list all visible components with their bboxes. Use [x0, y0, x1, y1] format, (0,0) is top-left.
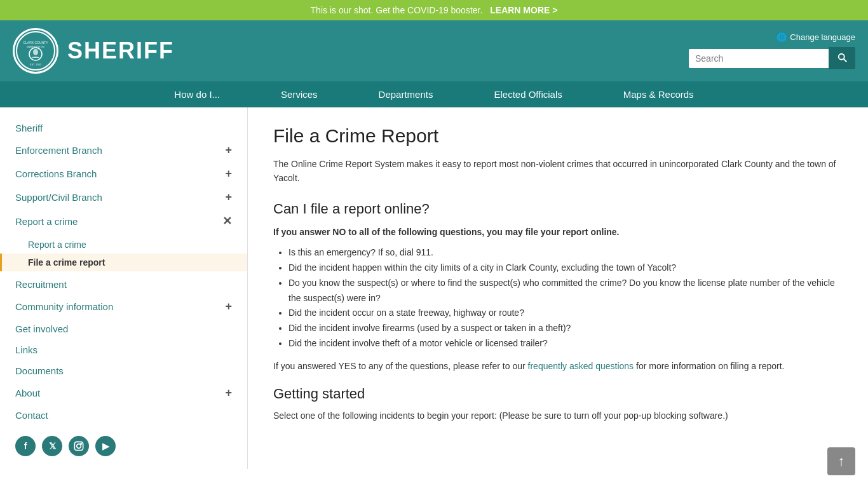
checklist-item: Did the incident happen within the city … [288, 261, 843, 276]
checklist-item: Did the incident involve theft of a moto… [288, 336, 843, 351]
expand-icon: + [225, 386, 232, 400]
sidebar-label: Enforcement Branch [15, 145, 102, 156]
expand-icon: + [225, 167, 232, 180]
collapse-icon: ✕ [222, 214, 232, 228]
nav-services[interactable]: Services [250, 81, 348, 107]
nav-elected-officials[interactable]: Elected Officials [463, 81, 592, 107]
checklist-item: Did the incident involve firearms (used … [288, 321, 843, 336]
nav-how-do-i[interactable]: How do I... [144, 81, 250, 107]
sidebar-item-sheriff[interactable]: Sheriff [0, 118, 247, 139]
sidebar-label: Recruitment [15, 279, 67, 290]
header-right: 🌐 Change language [689, 32, 855, 69]
checklist-item: Do you know the suspect(s) or where to f… [288, 276, 843, 306]
banner-link[interactable]: LEARN MORE > [490, 5, 557, 15]
sidebar-item-support-civil-branch[interactable]: Support/Civil Branch+ [0, 186, 247, 209]
getting-started-text: Select one of the following incidents to… [273, 409, 843, 423]
sidebar-item-recruitment[interactable]: Recruitment [0, 274, 247, 295]
twitter-icon[interactable]: 𝕏 [42, 436, 62, 456]
sidebar-sub-item-file-a-crime-report-sub[interactable]: File a crime report [0, 254, 247, 271]
nav-maps-records[interactable]: Maps & Records [593, 81, 724, 107]
sidebar-item-about[interactable]: About+ [0, 381, 247, 405]
page-layout: SheriffEnforcement Branch+Corrections Br… [0, 107, 868, 469]
facebook-icon[interactable]: f [15, 436, 36, 456]
expand-icon: + [225, 191, 232, 204]
sidebar-label: About [15, 388, 40, 398]
sidebar-label: Corrections Branch [15, 168, 97, 179]
sidebar-item-corrections-branch[interactable]: Corrections Branch+ [0, 162, 247, 186]
faq-after: for more information on filing a report. [634, 361, 784, 371]
nav-departments[interactable]: Departments [348, 81, 464, 107]
sidebar-label: Sheriff [15, 123, 43, 133]
sidebar-item-enforcement-branch[interactable]: Enforcement Branch+ [0, 139, 247, 162]
svg-point-7 [77, 444, 81, 449]
sidebar-label: Support/Civil Branch [15, 192, 102, 203]
svg-text:EST. 1845: EST. 1845 [30, 63, 42, 66]
faq-link[interactable]: frequently asked questions [528, 361, 634, 371]
section2-title: Getting started [273, 386, 843, 402]
site-header: CLARK COUNTY WASHINGTON EST. 1845 SHERIF… [0, 20, 868, 81]
sidebar-item-get-involved[interactable]: Get involved [0, 318, 247, 339]
faq-text: If you answered YES to any of the questi… [273, 359, 843, 373]
sidebar-label: Community information [15, 301, 113, 312]
checklist: Is this an emergency? If so, dial 911.Di… [288, 245, 843, 351]
svg-point-4 [33, 49, 38, 55]
change-language-button[interactable]: 🌐 Change language [776, 32, 855, 42]
intro-text: The Online Crime Report System makes it … [273, 157, 843, 186]
expand-icon: + [225, 300, 232, 313]
main-nav: How do I... Services Departments Elected… [0, 81, 868, 107]
header-left: CLARK COUNTY WASHINGTON EST. 1845 SHERIF… [13, 28, 174, 74]
expand-icon: + [225, 144, 232, 157]
globe-icon: 🌐 [776, 32, 787, 42]
back-to-top-button[interactable]: ↑ [827, 447, 855, 469]
svg-text:CLARK COUNTY: CLARK COUNTY [23, 41, 48, 44]
sidebar-sub-item-report-a-crime-sub[interactable]: Report a crime [0, 236, 247, 254]
sidebar-item-documents[interactable]: Documents [0, 360, 247, 381]
sidebar-label: Get involved [15, 323, 68, 334]
checklist-item: Did the incident occur on a state freewa… [288, 306, 843, 321]
search-bar [689, 47, 855, 69]
checklist-item: Is this an emergency? If so, dial 911. [288, 245, 843, 261]
youtube-icon[interactable]: ▶ [95, 436, 116, 456]
covid-banner: This is our shot. Get the COVID-19 boost… [0, 0, 868, 20]
search-input[interactable] [689, 49, 829, 68]
site-title: SHERIFF [67, 37, 174, 64]
sidebar-item-report-a-crime[interactable]: Report a crime✕ [0, 209, 247, 233]
logo: CLARK COUNTY WASHINGTON EST. 1845 [13, 28, 58, 74]
sidebar-item-links[interactable]: Links [0, 339, 247, 360]
section1-title: Can I file a report online? [273, 201, 843, 217]
faq-before: If you answered YES to any of the questi… [273, 361, 528, 371]
social-links: f 𝕏 ▶ [0, 426, 247, 456]
bold-note: If you answer NO to all of the following… [273, 225, 843, 239]
sidebar-item-contact[interactable]: Contact [0, 405, 247, 426]
sidebar-label: Links [15, 344, 37, 355]
sidebar-item-community-information[interactable]: Community information+ [0, 295, 247, 318]
banner-text: This is our shot. Get the COVID-19 boost… [311, 5, 483, 15]
main-content: File a Crime Report The Online Crime Rep… [248, 107, 868, 469]
sidebar-label: Report a crime [15, 216, 78, 227]
search-button[interactable] [829, 47, 855, 69]
sidebar-label: Contact [15, 410, 48, 421]
sidebar-sub-report-a-crime: Report a crimeFile a crime report [0, 233, 247, 274]
sidebar-label: Documents [15, 365, 64, 376]
sidebar: SheriffEnforcement Branch+Corrections Br… [0, 107, 248, 469]
svg-point-8 [81, 444, 82, 445]
page-title: File a Crime Report [273, 125, 843, 147]
instagram-icon[interactable] [69, 436, 89, 456]
